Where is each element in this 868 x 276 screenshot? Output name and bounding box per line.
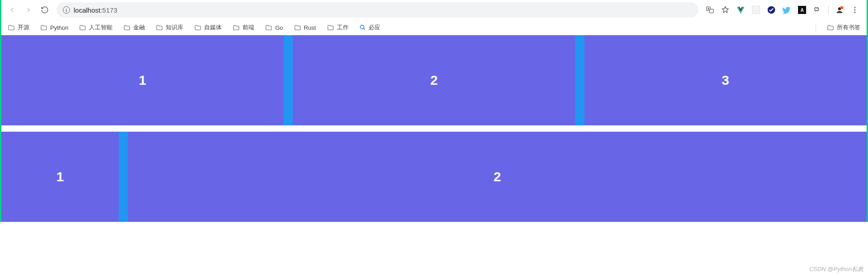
bookmark-folder[interactable]: 工作 [327, 23, 349, 32]
ext-icon-check[interactable] [767, 5, 776, 14]
back-button[interactable] [6, 4, 19, 16]
extensions-icon[interactable] [813, 5, 822, 14]
separator [816, 23, 816, 32]
separator [828, 5, 829, 14]
grid-row-2: 1 2 [1, 132, 867, 222]
address-bar[interactable]: i localhost:5173 [56, 2, 698, 18]
all-bookmarks[interactable]: 所有书签 [827, 23, 860, 32]
grid-gap [575, 35, 584, 125]
grid-cell: 1 [1, 132, 119, 222]
bookmark-folder[interactable]: 前端 [233, 23, 254, 32]
profile-avatar[interactable] [835, 5, 844, 14]
grid-gap [284, 35, 293, 125]
bookmark-folder[interactable]: Rust [294, 24, 316, 31]
svg-point-6 [854, 7, 856, 8]
bookmark-folder[interactable]: 人工智能 [79, 23, 112, 32]
reload-button[interactable] [38, 4, 51, 16]
svg-point-5 [840, 6, 844, 9]
bookmark-folder[interactable]: 自媒体 [194, 23, 222, 32]
site-info-icon[interactable]: i [63, 6, 70, 14]
grid-cell: 1 [1, 35, 284, 125]
ext-icon-dark[interactable]: A [798, 5, 807, 14]
page-content: 1 2 3 1 2 [1, 35, 867, 222]
translate-icon[interactable] [705, 5, 714, 14]
svg-point-7 [854, 9, 856, 11]
toolbar-right: A [705, 5, 862, 14]
grid-gap [119, 132, 128, 222]
ext-icon-bird[interactable] [782, 5, 791, 14]
ext-icon-1[interactable] [751, 5, 761, 14]
grid-row-1: 1 2 3 [1, 35, 867, 125]
grid-cell: 3 [584, 35, 867, 125]
bookmark-search[interactable]: 必应 [359, 23, 380, 32]
bookmark-folder[interactable]: 金融 [123, 23, 145, 32]
bookmark-folder[interactable]: 开源 [8, 23, 29, 32]
bookmark-folder[interactable]: Go [265, 24, 283, 31]
svg-rect-1 [709, 9, 713, 13]
grid-cell: 2 [128, 132, 867, 222]
grid-cell: 2 [293, 35, 575, 125]
bookmark-folder[interactable]: Python [40, 24, 68, 31]
menu-icon[interactable] [850, 5, 859, 14]
url-text: localhost:5173 [74, 6, 117, 14]
bookmarks-bar: 开源 Python 人工智能 金融 知识库 自媒体 前端 Go Rust 工作 … [1, 20, 867, 35]
vue-extension-icon[interactable] [736, 5, 745, 14]
forward-button[interactable] [22, 4, 35, 16]
svg-point-9 [360, 25, 364, 29]
svg-point-8 [854, 12, 856, 13]
star-icon[interactable] [721, 5, 730, 14]
browser-toolbar: i localhost:5173 A [1, 0, 867, 20]
bookmark-folder[interactable]: 知识库 [156, 23, 183, 32]
